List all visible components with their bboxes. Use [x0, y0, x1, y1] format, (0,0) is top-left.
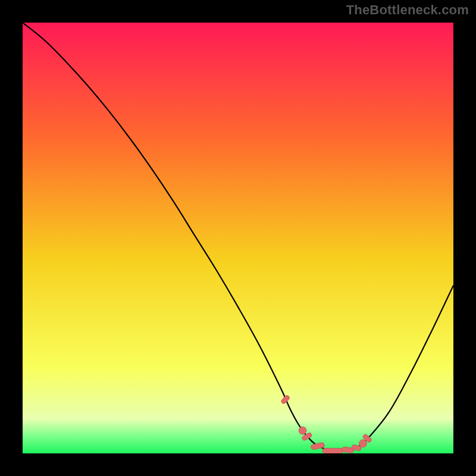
curve-marker-4: [322, 448, 343, 453]
curve-marker-7: [359, 440, 367, 447]
chart-frame: TheBottleneck.com: [0, 0, 476, 476]
marker-layer: [280, 394, 372, 453]
bottleneck-curve: [23, 23, 453, 451]
plot-area: [23, 23, 453, 453]
curve-marker-0: [280, 394, 290, 405]
curve-layer: [23, 23, 453, 453]
curve-marker-3: [311, 442, 325, 450]
attribution-label: TheBottleneck.com: [346, 2, 469, 18]
curve-marker-1: [299, 427, 306, 434]
